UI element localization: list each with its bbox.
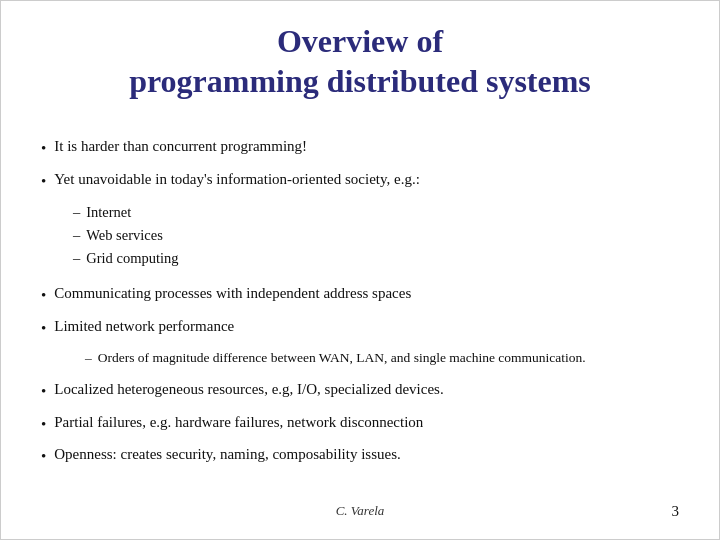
footer: C. Varela 3 <box>41 495 679 519</box>
bullet-item-7: • Openness: creates security, naming, co… <box>41 443 679 468</box>
sub-list-1: – Internet – Web services – Grid computi… <box>73 202 679 270</box>
bullet-text-1: It is harder than concurrent programming… <box>54 135 307 158</box>
sub-item-web-services: – Web services <box>73 225 679 247</box>
bullet-dot-1: • <box>41 137 46 160</box>
sub-text-web-services: Web services <box>86 225 163 247</box>
content-area: • It is harder than concurrent programmi… <box>41 135 679 495</box>
bullet-text-4: Limited network performance <box>54 315 234 338</box>
footer-author: C. Varela <box>336 503 385 519</box>
bullet-dot-4: • <box>41 317 46 340</box>
title-line1: Overview of <box>277 23 443 59</box>
sub-dash-4: – <box>85 349 92 368</box>
bullet-item-3: • Communicating processes with independe… <box>41 282 679 307</box>
bullet-item-2: • Yet unavoidable in today's information… <box>41 168 679 193</box>
bullet-text-5: Localized heterogeneous resources, e.g, … <box>54 378 443 401</box>
sub-dash-3: – <box>73 248 80 270</box>
bullet-dot-6: • <box>41 413 46 436</box>
bullet-dot-5: • <box>41 380 46 403</box>
bullet-item-5: • Localized heterogeneous resources, e.g… <box>41 378 679 403</box>
bullet-item-1: • It is harder than concurrent programmi… <box>41 135 679 160</box>
title-line2: programming distributed systems <box>129 63 591 99</box>
sub-item-internet: – Internet <box>73 202 679 224</box>
bullet-item-6: • Partial failures, e.g. hardware failur… <box>41 411 679 436</box>
bullet-text-2: Yet unavoidable in today's information-o… <box>54 168 420 191</box>
sub-text-grid-computing: Grid computing <box>86 248 178 270</box>
slide: Overview of programming distributed syst… <box>0 0 720 540</box>
footer-page-number: 3 <box>672 503 680 520</box>
bullet-text-3: Communicating processes with independent… <box>54 282 411 305</box>
sub-item-grid-computing: – Grid computing <box>73 248 679 270</box>
bullet-dot-7: • <box>41 445 46 468</box>
slide-title: Overview of programming distributed syst… <box>41 21 679 101</box>
bullet-dot-3: • <box>41 284 46 307</box>
bullet-item-4: • Limited network performance <box>41 315 679 340</box>
bullet-dot-2: • <box>41 170 46 193</box>
sub-dash-2: – <box>73 225 80 247</box>
sub-text-internet: Internet <box>86 202 131 224</box>
bullet-text-7: Openness: creates security, naming, comp… <box>54 443 400 466</box>
sub-item-orders: – Orders of magnitude difference between… <box>85 349 679 368</box>
sub-list-2: – Orders of magnitude difference between… <box>85 349 679 370</box>
title-area: Overview of programming distributed syst… <box>41 21 679 111</box>
bullet-text-6: Partial failures, e.g. hardware failures… <box>54 411 423 434</box>
sub-dash-1: – <box>73 202 80 224</box>
sub-text-orders: Orders of magnitude difference between W… <box>98 349 586 368</box>
